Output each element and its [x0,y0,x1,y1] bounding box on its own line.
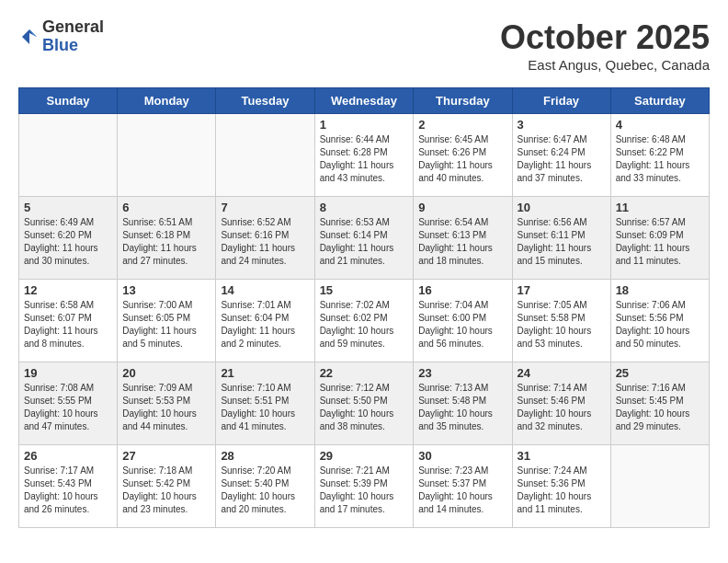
day-number: 4 [616,118,704,132]
day-info: Sunrise: 6:58 AM Sunset: 6:07 PM Dayligh… [24,299,112,350]
day-number: 26 [24,449,112,463]
month-title: October 2025 [500,18,710,57]
day-info: Sunrise: 7:00 AM Sunset: 6:05 PM Dayligh… [122,299,210,350]
day-number: 14 [221,283,309,297]
calendar-cell: 7Sunrise: 6:52 AM Sunset: 6:16 PM Daylig… [216,197,314,280]
day-info: Sunrise: 7:04 AM Sunset: 6:00 PM Dayligh… [418,299,506,350]
day-number: 27 [122,449,210,463]
calendar-table: SundayMondayTuesdayWednesdayThursdayFrid… [18,87,710,528]
day-number: 6 [122,201,210,214]
calendar-cell: 10Sunrise: 6:56 AM Sunset: 6:11 PM Dayli… [512,197,610,280]
day-number: 3 [518,118,606,132]
day-info: Sunrise: 7:12 AM Sunset: 5:50 PM Dayligh… [320,382,409,433]
calendar-cell: 26Sunrise: 7:17 AM Sunset: 5:43 PM Dayli… [19,445,118,528]
calendar-cell [216,114,314,197]
weekday-header: Wednesday [314,88,414,114]
calendar-cell: 18Sunrise: 7:06 AM Sunset: 5:56 PM Dayli… [610,280,709,362]
calendar-week-row: 12Sunrise: 6:58 AM Sunset: 6:07 PM Dayli… [19,280,710,362]
logo-icon [18,26,40,48]
day-info: Sunrise: 6:56 AM Sunset: 6:11 PM Dayligh… [518,216,606,268]
day-info: Sunrise: 7:21 AM Sunset: 5:39 PM Dayligh… [320,465,409,516]
day-number: 19 [24,366,112,380]
weekday-header: Monday [118,88,216,114]
calendar-header-row: SundayMondayTuesdayWednesdayThursdayFrid… [19,88,710,114]
title-block: October 2025 East Angus, Quebec, Canada [500,18,710,73]
day-number: 23 [418,366,506,380]
calendar-cell: 1Sunrise: 6:44 AM Sunset: 6:28 PM Daylig… [314,114,414,197]
calendar-cell [19,114,118,197]
day-info: Sunrise: 6:57 AM Sunset: 6:09 PM Dayligh… [616,216,704,268]
weekday-header: Sunday [19,88,118,114]
day-number: 24 [518,366,606,380]
weekday-header: Tuesday [216,88,314,114]
calendar-cell: 20Sunrise: 7:09 AM Sunset: 5:53 PM Dayli… [118,362,216,445]
day-info: Sunrise: 7:20 AM Sunset: 5:40 PM Dayligh… [221,465,309,516]
location: East Angus, Quebec, Canada [500,57,710,73]
calendar-cell: 19Sunrise: 7:08 AM Sunset: 5:55 PM Dayli… [19,362,118,445]
calendar-cell: 13Sunrise: 7:00 AM Sunset: 6:05 PM Dayli… [118,280,216,362]
day-info: Sunrise: 6:53 AM Sunset: 6:14 PM Dayligh… [320,216,409,268]
day-info: Sunrise: 7:09 AM Sunset: 5:53 PM Dayligh… [122,382,210,433]
day-info: Sunrise: 7:14 AM Sunset: 5:46 PM Dayligh… [518,382,606,433]
calendar-cell: 23Sunrise: 7:13 AM Sunset: 5:48 PM Dayli… [414,362,512,445]
calendar-cell: 24Sunrise: 7:14 AM Sunset: 5:46 PM Dayli… [512,362,610,445]
day-info: Sunrise: 7:01 AM Sunset: 6:04 PM Dayligh… [221,299,309,350]
day-info: Sunrise: 6:48 AM Sunset: 6:22 PM Dayligh… [616,133,704,185]
day-number: 22 [320,366,409,380]
day-number: 5 [24,201,112,214]
day-info: Sunrise: 6:45 AM Sunset: 6:26 PM Dayligh… [418,133,506,185]
calendar-cell: 25Sunrise: 7:16 AM Sunset: 5:45 PM Dayli… [610,362,709,445]
calendar-cell: 11Sunrise: 6:57 AM Sunset: 6:09 PM Dayli… [610,197,709,280]
calendar-week-row: 19Sunrise: 7:08 AM Sunset: 5:55 PM Dayli… [19,362,710,445]
day-number: 28 [221,449,309,463]
calendar-week-row: 26Sunrise: 7:17 AM Sunset: 5:43 PM Dayli… [19,445,710,528]
day-number: 30 [418,449,506,463]
weekday-header: Saturday [610,88,709,114]
day-number: 11 [616,201,704,214]
weekday-header: Thursday [414,88,512,114]
calendar-cell: 2Sunrise: 6:45 AM Sunset: 6:26 PM Daylig… [414,114,512,197]
day-number: 2 [418,118,506,132]
calendar-week-row: 1Sunrise: 6:44 AM Sunset: 6:28 PM Daylig… [19,114,710,197]
day-info: Sunrise: 6:51 AM Sunset: 6:18 PM Dayligh… [122,216,210,268]
day-number: 7 [221,201,309,214]
calendar-cell: 4Sunrise: 6:48 AM Sunset: 6:22 PM Daylig… [610,114,709,197]
calendar-cell [118,114,216,197]
calendar-cell: 15Sunrise: 7:02 AM Sunset: 6:02 PM Dayli… [314,280,414,362]
calendar-cell: 27Sunrise: 7:18 AM Sunset: 5:42 PM Dayli… [118,445,216,528]
calendar-cell: 29Sunrise: 7:21 AM Sunset: 5:39 PM Dayli… [314,445,414,528]
calendar-cell: 6Sunrise: 6:51 AM Sunset: 6:18 PM Daylig… [118,197,216,280]
logo-text: General Blue [42,18,104,55]
calendar-cell: 12Sunrise: 6:58 AM Sunset: 6:07 PM Dayli… [19,280,118,362]
day-number: 16 [418,283,506,297]
day-info: Sunrise: 7:08 AM Sunset: 5:55 PM Dayligh… [24,382,112,433]
day-info: Sunrise: 6:49 AM Sunset: 6:20 PM Dayligh… [24,216,112,268]
day-info: Sunrise: 7:13 AM Sunset: 5:48 PM Dayligh… [418,382,506,433]
calendar-cell: 3Sunrise: 6:47 AM Sunset: 6:24 PM Daylig… [512,114,610,197]
calendar-cell [610,445,709,528]
day-info: Sunrise: 7:18 AM Sunset: 5:42 PM Dayligh… [122,465,210,516]
calendar-week-row: 5Sunrise: 6:49 AM Sunset: 6:20 PM Daylig… [19,197,710,280]
day-number: 25 [616,366,704,380]
day-number: 10 [518,201,606,214]
logo-general: General [42,18,104,37]
day-info: Sunrise: 7:05 AM Sunset: 5:58 PM Dayligh… [518,299,606,350]
calendar-cell: 28Sunrise: 7:20 AM Sunset: 5:40 PM Dayli… [216,445,314,528]
day-info: Sunrise: 6:54 AM Sunset: 6:13 PM Dayligh… [418,216,506,268]
day-info: Sunrise: 7:16 AM Sunset: 5:45 PM Dayligh… [616,382,704,433]
calendar-cell: 30Sunrise: 7:23 AM Sunset: 5:37 PM Dayli… [414,445,512,528]
day-number: 18 [616,283,704,297]
calendar-cell: 14Sunrise: 7:01 AM Sunset: 6:04 PM Dayli… [216,280,314,362]
day-number: 17 [518,283,606,297]
day-info: Sunrise: 7:23 AM Sunset: 5:37 PM Dayligh… [418,465,506,516]
day-info: Sunrise: 6:44 AM Sunset: 6:28 PM Dayligh… [320,133,409,185]
logo-blue: Blue [42,37,104,55]
day-number: 29 [320,449,409,463]
day-number: 31 [518,449,606,463]
day-info: Sunrise: 7:02 AM Sunset: 6:02 PM Dayligh… [320,299,409,350]
day-number: 21 [221,366,309,380]
calendar-cell: 17Sunrise: 7:05 AM Sunset: 5:58 PM Dayli… [512,280,610,362]
calendar-cell: 9Sunrise: 6:54 AM Sunset: 6:13 PM Daylig… [414,197,512,280]
day-info: Sunrise: 7:06 AM Sunset: 5:56 PM Dayligh… [616,299,704,350]
day-number: 8 [320,201,409,214]
